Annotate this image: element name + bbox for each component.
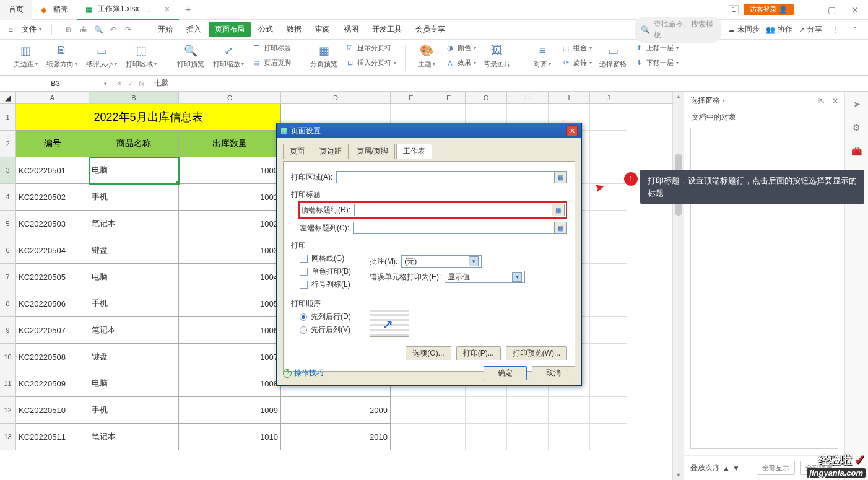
errors-select[interactable]: 显示值▼: [445, 271, 525, 283]
print-quick-icon[interactable]: 🖶: [77, 23, 90, 37]
colheader-h[interactable]: H: [507, 92, 549, 103]
cell[interactable]: 1006: [179, 317, 281, 344]
colheader-c[interactable]: C: [179, 92, 281, 103]
rowheader[interactable]: 4: [0, 184, 16, 211]
colheader-g[interactable]: G: [466, 92, 507, 103]
header-cell[interactable]: 编号: [16, 131, 89, 157]
collab-button[interactable]: 👥协作: [766, 24, 792, 35]
cell[interactable]: 电脑: [89, 157, 179, 184]
cell[interactable]: 1007: [179, 344, 281, 370]
top-row-input[interactable]: ▦: [354, 204, 565, 216]
tab-add[interactable]: +: [179, 0, 197, 20]
confirm-edit-icon[interactable]: ✓: [128, 79, 134, 88]
rowheader[interactable]: 5: [0, 211, 16, 237]
tab-headerfooter[interactable]: 页眉/页脚: [350, 144, 395, 159]
cell[interactable]: 1002: [179, 211, 281, 237]
more-icon[interactable]: ⋮: [828, 23, 842, 37]
dialog-titlebar[interactable]: ▦ 页面设置 ✕: [277, 123, 581, 138]
cell[interactable]: 1010: [179, 424, 281, 450]
options-button[interactable]: 选项(O)...: [406, 346, 451, 360]
pointer-icon[interactable]: ➤: [851, 98, 863, 110]
menu-start[interactable]: 开始: [152, 22, 179, 37]
pagebreakview-button[interactable]: ▦分页预览: [308, 42, 340, 70]
cell[interactable]: KC20220505: [16, 264, 89, 290]
hamburger-icon[interactable]: ≡: [6, 25, 15, 34]
cancel-edit-icon[interactable]: ✕: [116, 79, 123, 88]
rowheader[interactable]: 11: [0, 370, 16, 397]
rowheader[interactable]: 6: [0, 237, 16, 264]
cell[interactable]: 笔记本: [89, 317, 179, 344]
file-menu[interactable]: 文件▾: [18, 24, 45, 35]
cell[interactable]: KC20220506: [16, 290, 89, 317]
colheader-i[interactable]: I: [549, 92, 590, 103]
cell[interactable]: 手机: [89, 290, 179, 317]
tab-margins[interactable]: 页边距: [313, 144, 349, 159]
comments-select[interactable]: (无)▼: [401, 255, 482, 268]
rowheader[interactable]: 1: [0, 104, 16, 131]
cell[interactable]: 1001: [179, 184, 281, 211]
preview-icon[interactable]: 🔍: [92, 23, 105, 37]
pin-icon[interactable]: ⇱: [818, 97, 825, 105]
scroll-up-icon[interactable]: ▲: [673, 92, 684, 102]
login-button[interactable]: 访客登录 👤: [744, 4, 794, 15]
fx-icon[interactable]: fx: [139, 79, 144, 88]
tab-docer[interactable]: ◆稻壳: [32, 0, 77, 20]
gridlines-checkbox[interactable]: 网格线(G): [300, 253, 351, 264]
headerfooter-button[interactable]: ▤页眉页脚: [250, 57, 292, 69]
insertbreak-button[interactable]: ⊞插入分页符▾: [344, 57, 397, 69]
ref-button-icon[interactable]: ▦: [552, 204, 564, 216]
cell[interactable]: 1008: [179, 370, 281, 397]
order-rowcol-radio[interactable]: 先行后列(V): [300, 325, 351, 335]
align-button[interactable]: ≡对齐▾: [529, 42, 556, 70]
selectionpane-button[interactable]: ▭选择窗格: [597, 42, 629, 70]
ref-button-icon[interactable]: ▦: [554, 172, 566, 183]
collapse-ribbon-icon[interactable]: ⌃: [848, 23, 862, 37]
menu-pagelayout[interactable]: 页面布局: [209, 22, 251, 37]
cell[interactable]: KC20220503: [16, 211, 89, 237]
cell[interactable]: 电脑: [89, 370, 179, 397]
rowheader[interactable]: 2: [0, 131, 16, 157]
fonts-button[interactable]: A效果▾: [444, 57, 477, 69]
tab-page[interactable]: 页面: [283, 144, 311, 159]
name-box[interactable]: B3▾: [0, 76, 111, 91]
cell[interactable]: 1009: [179, 397, 281, 424]
cell[interactable]: KC20220510: [16, 397, 89, 424]
ref-button-icon[interactable]: ▦: [554, 222, 566, 233]
search-input[interactable]: 🔍查找命令、搜索模板: [635, 17, 721, 43]
colheader-b[interactable]: B: [89, 92, 179, 103]
printtitles-button[interactable]: ☰打印标题: [250, 42, 292, 55]
bg-button[interactable]: 🖼背景图片: [481, 42, 513, 70]
rowheader[interactable]: 7: [0, 264, 16, 290]
colors-button[interactable]: ◑颜色▾: [444, 42, 477, 55]
menu-view[interactable]: 视图: [337, 22, 365, 37]
help-link[interactable]: ?操作技巧: [283, 368, 324, 378]
mono-checkbox[interactable]: 单色打印(B): [300, 266, 351, 277]
menu-review[interactable]: 审阅: [309, 22, 336, 37]
forward-button[interactable]: ⬆上移一层▾: [633, 42, 680, 55]
colheader-f[interactable]: F: [432, 92, 466, 103]
print-area-input[interactable]: ▦: [336, 171, 567, 183]
scroll-down-icon[interactable]: ▼: [673, 470, 684, 480]
menu-formula[interactable]: 公式: [252, 22, 279, 37]
left-col-input[interactable]: ▦: [353, 222, 567, 234]
title-cell[interactable]: 2022年5月出库信息表: [16, 104, 281, 131]
rowheader[interactable]: 3: [0, 157, 16, 184]
badge-icon[interactable]: 1: [729, 5, 739, 14]
cell[interactable]: 笔记本: [89, 424, 179, 450]
header-cell[interactable]: 商品名称: [89, 131, 179, 157]
toolbox-icon[interactable]: 🧰: [851, 145, 863, 157]
menu-insert[interactable]: 插入: [180, 22, 207, 37]
cell[interactable]: 1000: [179, 157, 281, 184]
margins-button[interactable]: ▥页边距▾: [11, 42, 40, 70]
cell[interactable]: 键盘: [89, 344, 179, 370]
tab-sheet[interactable]: 工作表: [396, 144, 432, 159]
cell[interactable]: 键盘: [89, 237, 179, 264]
vertical-scrollbar[interactable]: ▲ ▼: [672, 92, 684, 480]
colheader-d[interactable]: D: [281, 92, 391, 103]
cell[interactable]: 1003: [179, 237, 281, 264]
backward-button[interactable]: ⬇下移一层▾: [633, 57, 680, 69]
cell[interactable]: 电脑: [89, 264, 179, 290]
order-colrow-radio[interactable]: 先列后行(D): [300, 312, 351, 322]
cell[interactable]: KC20220504: [16, 237, 89, 264]
dialog-close-icon[interactable]: ✕: [566, 125, 578, 136]
